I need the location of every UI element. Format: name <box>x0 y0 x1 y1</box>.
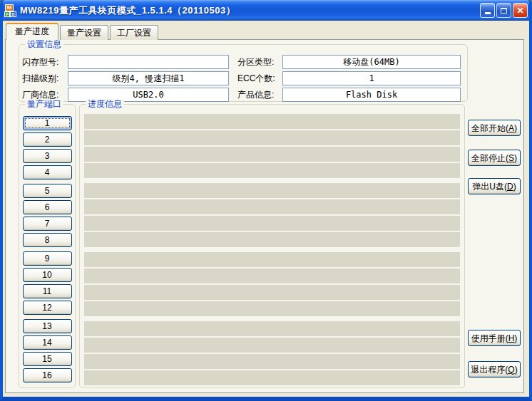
product-info-label: 产品信息: <box>237 89 282 101</box>
stop-all-label-suffix: ) <box>514 153 517 163</box>
progress-bar-13 <box>84 321 460 336</box>
port-button-7[interactable]: 7 <box>23 217 72 231</box>
minimize-icon <box>485 12 491 14</box>
port-button-1[interactable]: 1 <box>23 116 72 130</box>
exit-program-label-suffix: ) <box>515 365 518 375</box>
window-title: MW8219量产工具块页模式_1.5.1.4（20110503） <box>20 4 480 17</box>
stop-all-hotkey: S <box>508 153 514 163</box>
start-all-button[interactable]: 全部开始(A) <box>468 120 521 136</box>
port-button-16[interactable]: 16 <box>23 368 72 382</box>
eject-usb-label-suffix: ) <box>513 182 516 192</box>
port-button-4[interactable]: 4 <box>23 165 72 179</box>
user-manual-label: 使用手册( <box>471 333 508 343</box>
progress-bar-11 <box>84 285 460 300</box>
settings-group: 设置信息 闪存型号: 分区类型: 移动盘(64MB) 扫描级别: 级别4, 慢速… <box>19 44 468 102</box>
maximize-button[interactable] <box>496 3 511 18</box>
settings-row: 闪存型号: 分区类型: 移动盘(64MB) <box>22 55 461 69</box>
flash-model-label: 闪存型号: <box>22 56 68 68</box>
exit-program-button[interactable]: 退出程序(Q) <box>468 361 521 377</box>
flash-model-field[interactable] <box>68 55 229 69</box>
close-icon: ✕ <box>516 6 523 15</box>
stop-all-button[interactable]: 全部停止(S) <box>468 150 521 166</box>
scan-level-field[interactable]: 级别4, 慢速扫描1 <box>68 71 229 85</box>
port-button-2[interactable]: 2 <box>23 132 72 147</box>
user-manual-button[interactable]: 使用手册(H) <box>468 330 521 346</box>
partition-type-label: 分区类型: <box>237 56 282 68</box>
progress-bar-6 <box>84 199 460 214</box>
eject-usb-label: 弹出U盘( <box>472 182 507 192</box>
progress-bar-1 <box>84 114 460 129</box>
port-button-8[interactable]: 8 <box>23 233 72 247</box>
port-button-13[interactable]: 13 <box>23 319 72 333</box>
progress-bar-3 <box>84 147 460 162</box>
progress-bar-5 <box>84 183 460 198</box>
start-all-label: 全部开始( <box>471 123 508 133</box>
stop-all-label: 全部停止( <box>471 153 508 163</box>
eject-usb-hotkey: D <box>507 182 513 192</box>
progress-bar-8 <box>84 232 460 247</box>
progress-bar-2 <box>84 130 460 145</box>
start-all-hotkey: A <box>508 123 514 133</box>
minimize-button[interactable] <box>480 3 495 18</box>
tab-production-progress[interactable]: 量产进度 <box>6 23 58 40</box>
ports-group: 量产端口 1 2 3 4 5 6 7 8 9 10 11 12 13 14 15… <box>19 104 76 388</box>
port-button-10[interactable]: 10 <box>23 268 72 282</box>
window-controls: ✕ <box>480 3 528 18</box>
port-button-14[interactable]: 14 <box>23 335 72 350</box>
exit-program-label: 退出程序( <box>471 365 508 375</box>
progress-group: 进度信息 <box>79 104 465 388</box>
scan-level-label: 扫描级别: <box>22 73 68 85</box>
app-window: MFD MW8219量产工具块页模式_1.5.1.4（20110503） ✕ 量… <box>0 0 532 401</box>
progress-bar-4 <box>84 163 460 178</box>
port-button-12[interactable]: 12 <box>23 301 72 315</box>
port-button-11[interactable]: 11 <box>23 284 72 298</box>
port-button-5[interactable]: 5 <box>23 184 72 198</box>
settings-row: 扫描级别: 级别4, 慢速扫描1 ECC个数: 1 <box>22 71 461 85</box>
user-manual-label-suffix: ) <box>514 333 517 343</box>
app-icon: MFD <box>4 4 17 17</box>
product-info-field[interactable]: Flash Disk <box>282 88 461 102</box>
tab-factory-settings[interactable]: 工厂设置 <box>110 25 158 40</box>
close-button[interactable]: ✕ <box>513 3 528 18</box>
partition-type-field[interactable]: 移动盘(64MB) <box>282 55 461 69</box>
ecc-count-field[interactable]: 1 <box>282 71 461 85</box>
progress-bar-7 <box>84 216 460 231</box>
port-button-9[interactable]: 9 <box>23 251 72 266</box>
ports-group-title: 量产端口 <box>25 99 63 109</box>
settings-group-title: 设置信息 <box>25 39 63 49</box>
tab-bar: 量产进度 量产设置 工厂设置 <box>6 24 160 40</box>
tab-page: 设置信息 闪存型号: 分区类型: 移动盘(64MB) 扫描级别: 级别4, 慢速… <box>5 39 524 393</box>
start-all-label-suffix: ) <box>514 123 517 133</box>
progress-group-title: 进度信息 <box>86 99 124 109</box>
progress-bar-12 <box>84 301 460 316</box>
exit-program-hotkey: Q <box>508 365 514 375</box>
progress-bar-16 <box>84 370 460 385</box>
port-button-3[interactable]: 3 <box>23 149 72 163</box>
port-button-6[interactable]: 6 <box>23 200 72 214</box>
maximize-icon <box>501 8 507 14</box>
port-button-15[interactable]: 15 <box>23 352 72 366</box>
ecc-count-label: ECC个数: <box>237 73 282 85</box>
titlebar: MFD MW8219量产工具块页模式_1.5.1.4（20110503） ✕ <box>0 0 532 21</box>
progress-bar-10 <box>84 269 460 283</box>
progress-bar-15 <box>84 354 460 369</box>
progress-bar-9 <box>84 252 460 267</box>
eject-usb-button[interactable]: 弹出U盘(D) <box>468 178 521 194</box>
tab-production-settings[interactable]: 量产设置 <box>60 25 108 40</box>
progress-bar-14 <box>84 338 460 353</box>
